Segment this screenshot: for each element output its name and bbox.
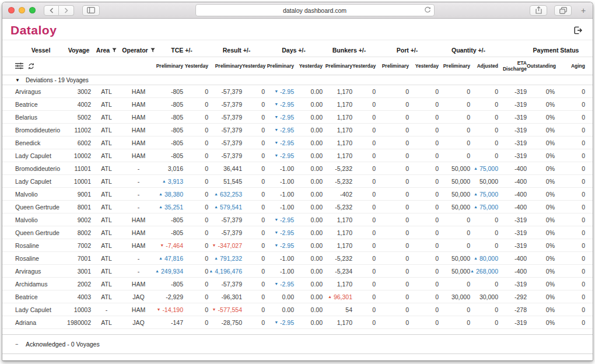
cell-value: 47,816 xyxy=(164,255,183,262)
close-button[interactable] xyxy=(8,7,15,13)
col-header-tce: TCE +/- xyxy=(155,47,208,54)
forward-button[interactable] xyxy=(59,5,74,16)
cell-bunkers-preliminary: 1,170 xyxy=(323,139,352,146)
cell-port-yesterday: 0 xyxy=(409,293,439,300)
table-row[interactable]: Queen Gertrude8002ATLHAM-8050-57,3790▼-2… xyxy=(2,226,593,239)
reload-button[interactable] xyxy=(424,6,431,13)
cell-tce-yesterday: 0 xyxy=(183,165,208,172)
voyage-table: Vessel Voyage Area Operator TCE +/- Resu… xyxy=(2,44,593,361)
cell-outstanding: 0% xyxy=(527,281,555,288)
subheader-aging: Aging xyxy=(555,63,585,69)
cell-aging: 0 xyxy=(555,229,585,236)
cell-value: -5,232 xyxy=(335,165,352,172)
operator-filter-icon[interactable] xyxy=(150,48,155,52)
cell-value: 0.00 xyxy=(282,306,294,313)
table-row[interactable]: Archidamus2002ATLHAM-8050-57,3790▼-2.950… xyxy=(2,278,593,290)
zoom-button[interactable] xyxy=(29,7,36,13)
cell-value: -28,750 xyxy=(221,319,242,326)
cell-vessel: Lady Capulet xyxy=(15,152,66,159)
table-row[interactable]: Lady Capulet10002ATLHAM-8050-57,3790▼-2.… xyxy=(2,149,593,162)
cell-days-yesterday: 0.00 xyxy=(294,204,323,211)
cell-value: 0 xyxy=(582,191,585,198)
cell-days-preliminary: ▼-2.95 xyxy=(265,139,294,146)
table-row[interactable]: Lady Capulet10003-HAM▼-14,1900▼-577,5540… xyxy=(2,303,593,316)
cell-days-yesterday: 0.00 xyxy=(294,229,323,236)
cell-port-preliminary: 0 xyxy=(376,114,409,121)
cell-value: -805 xyxy=(171,114,183,121)
cell-bunkers-yesterday: 0 xyxy=(352,242,376,249)
section-header-acknowledged[interactable]: −Acknowledged - 0 Voyages xyxy=(2,334,593,354)
col-header-voyage: Voyage xyxy=(66,47,91,54)
table-row[interactable]: Arviragus3002ATLHAM-8050-57,3790▼-2.950.… xyxy=(2,85,593,98)
trend-up-icon: ▲ xyxy=(474,166,478,170)
cell-days-yesterday: 0.00 xyxy=(294,306,323,313)
logout-button[interactable] xyxy=(573,26,582,34)
cell-quantity-adjusted: 0 xyxy=(470,114,498,121)
table-row[interactable]: Bromodideuterio11001ATL-3,016036,4410-1.… xyxy=(2,162,593,175)
table-row[interactable]: Belarius5002ATLHAM-8050-57,3790▼-2.950.0… xyxy=(2,111,593,124)
cell-port-yesterday: 0 xyxy=(409,101,439,108)
table-row[interactable]: Malvolio9002ATLHAM-8050-57,3790▼-2.950.0… xyxy=(2,214,593,226)
sidebar-button[interactable] xyxy=(82,5,100,16)
share-icon xyxy=(536,6,542,14)
table-tools xyxy=(15,62,66,70)
table-row[interactable]: Beatrice4002ATLHAM-8050-57,3790▼-2.950.0… xyxy=(2,98,593,111)
subheader-result-preliminary: Preliminary xyxy=(208,63,242,69)
section-header-deviations[interactable]: ▼Deviations - 19 Voyages xyxy=(2,75,593,85)
table-row[interactable]: Rosaline7002ATLHAM▼-7,4640▼-347,0270▼-2.… xyxy=(2,239,593,252)
cell-vessel: Rosaline xyxy=(15,255,66,262)
section-no-deviations: ▶No Deviations - 6 Voyages xyxy=(2,354,593,361)
cell-value: 0.00 xyxy=(311,165,323,172)
cell-result-preliminary: ▲632,253 xyxy=(208,191,242,198)
cell-aging: 0 xyxy=(555,306,585,313)
refresh-button[interactable] xyxy=(27,62,35,70)
trend-down-icon: ▼ xyxy=(274,218,278,222)
cell-voyage: 9002 xyxy=(66,216,91,223)
cell-bunkers-preliminary: 1,170 xyxy=(323,127,352,134)
cell-value: 3,016 xyxy=(168,165,183,172)
cell-value: 0.00 xyxy=(311,191,323,198)
table-row[interactable]: Bromodideuterio11002ATLHAM-8050-57,3790▼… xyxy=(2,124,593,136)
table-row[interactable]: Benedick6002ATLHAM-8050-57,3790▼-2.950.0… xyxy=(2,136,593,149)
cell-port-yesterday: 0 xyxy=(409,139,439,146)
cell-area: ATL xyxy=(91,216,122,223)
section-header-no-deviations[interactable]: ▶No Deviations - 6 Voyages xyxy=(2,354,593,361)
share-button[interactable] xyxy=(530,5,547,16)
minimize-button[interactable] xyxy=(19,7,25,13)
trend-down-icon: ▼ xyxy=(274,115,278,119)
table-row[interactable]: Rosaline7001ATL-▲47,8160▲791,2320-1.000.… xyxy=(2,252,593,265)
trend-down-icon: ▼ xyxy=(212,307,216,312)
cell-port-preliminary: 0 xyxy=(376,242,409,249)
cell-bunkers-yesterday: 0 xyxy=(352,88,376,95)
table-row[interactable]: Adriana1980002ATLJAQ-1470-28,7500▼-2.950… xyxy=(2,316,593,329)
new-tab-button[interactable]: + xyxy=(578,6,589,15)
cell-value: 0% xyxy=(546,229,555,236)
cell-value: 80,000 xyxy=(480,255,498,262)
cell-vessel: Archidamus xyxy=(15,281,66,288)
cell-result-yesterday: 0 xyxy=(242,139,265,146)
address-bar[interactable]: dataloy dashboard.com xyxy=(195,4,435,16)
table-row[interactable]: Queen Gertrude8001ATL-▲35,2510▲579,5410-… xyxy=(2,201,593,214)
cell-value: 0.00 xyxy=(311,306,323,313)
cell-value: 0.00 xyxy=(311,178,323,185)
cell-value: 0% xyxy=(546,255,555,262)
back-button[interactable] xyxy=(44,5,59,16)
cell-value: 54 xyxy=(345,306,352,313)
table-row[interactable]: Beatrice4003ATLJAQ-2,9290-96,30100.000.0… xyxy=(2,290,593,303)
area-filter-icon[interactable] xyxy=(112,48,117,52)
tab-overview-button[interactable] xyxy=(554,5,572,16)
cell-value: 0 xyxy=(582,319,585,326)
table-row[interactable]: Malvolio9001ATL-▲38,3800▲632,2530-1.000.… xyxy=(2,188,593,201)
cell-value: 1,170 xyxy=(337,101,352,108)
column-settings-button[interactable] xyxy=(15,62,23,69)
table-row[interactable]: Lady Capulet10001ATL-▲3,913051,5450-1.00… xyxy=(2,175,593,188)
cell-value: 50,000 xyxy=(452,204,470,211)
cell-outstanding: 0% xyxy=(527,178,555,185)
cell-quantity-preliminary: 0 xyxy=(439,229,470,236)
table-row[interactable]: Arviragus3001ATL-▲249,9340▲4,196,4760-1.… xyxy=(2,265,593,278)
cell-voyage: 7001 xyxy=(66,255,91,262)
cell-quantity-adjusted: ▲75,000 xyxy=(470,191,498,198)
cell-vessel: Beatrice xyxy=(15,293,66,300)
cell-result-preliminary: -96,301 xyxy=(208,293,242,300)
cell-value: 75,000 xyxy=(480,191,498,198)
